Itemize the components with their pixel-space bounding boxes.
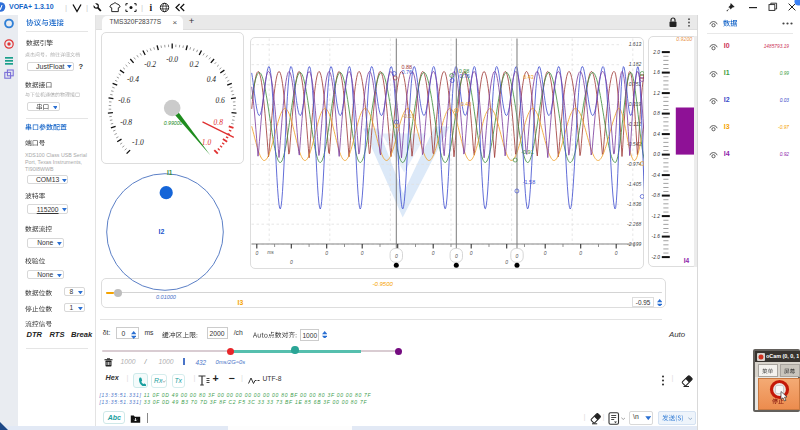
svg-text:0: 0	[432, 249, 435, 255]
svg-text:-1.2: -1.2	[651, 214, 660, 219]
svg-text:-1.58: -1.58	[523, 178, 536, 184]
svg-text:-2.268: -2.268	[627, 221, 641, 227]
svg-text:-2.0: -2.0	[651, 255, 660, 260]
svg-text:0: 0	[580, 249, 583, 255]
svg-text:-0.8: -0.8	[120, 118, 132, 127]
svg-text:1.613: 1.613	[629, 41, 642, 47]
svg-text:2.0: 2.0	[652, 50, 660, 55]
svg-text:0: 0	[395, 252, 398, 258]
svg-text:ms: ms	[267, 249, 274, 255]
svg-text:0: 0	[455, 252, 458, 258]
svg-text:0: 0	[506, 258, 509, 264]
svg-text:-0.6: -0.6	[118, 95, 130, 104]
svg-text:-0.2: -0.2	[144, 60, 156, 69]
svg-text:0.99000: 0.99000	[163, 119, 182, 125]
svg-text:0: 0	[256, 249, 259, 255]
svg-text:0.6: 0.6	[215, 95, 225, 104]
svg-text:0: 0	[361, 249, 364, 255]
svg-text:0.43: 0.43	[461, 100, 472, 106]
svg-text:0.4: 0.4	[207, 75, 217, 84]
svg-text:-0.4: -0.4	[651, 173, 660, 178]
svg-text:0: 0	[516, 252, 519, 258]
svg-text:-0.91: -0.91	[521, 149, 534, 155]
svg-text:-0.974: -0.974	[627, 161, 641, 167]
svg-text:0.4: 0.4	[653, 132, 660, 137]
svg-text:0: 0	[470, 249, 473, 255]
svg-text:0.8: 0.8	[213, 118, 223, 127]
svg-text:0: 0	[544, 249, 547, 255]
svg-text:0: 0	[290, 258, 293, 264]
svg-text:0.76: 0.76	[402, 69, 413, 75]
svg-text:0.8: 0.8	[653, 111, 660, 116]
svg-text:i: i	[150, 3, 153, 13]
svg-text:-0.0: -0.0	[166, 55, 178, 64]
svg-text:1.182: 1.182	[629, 61, 642, 67]
svg-text:1.0: 1.0	[202, 137, 212, 146]
svg-text:-1.836: -1.836	[627, 201, 641, 207]
svg-text:0.76: 0.76	[459, 72, 470, 78]
svg-text:I4: I4	[683, 256, 689, 263]
svg-text:1.2: 1.2	[653, 91, 660, 96]
svg-text:0.43: 0.43	[523, 74, 534, 80]
svg-text:0: 0	[326, 249, 329, 255]
svg-text:0.319: 0.319	[629, 101, 642, 107]
svg-text:0.0: 0.0	[653, 152, 660, 157]
svg-text:-0.4: -0.4	[127, 75, 139, 84]
svg-text:1.6: 1.6	[653, 70, 660, 75]
svg-text:-0.8: -0.8	[651, 193, 660, 198]
svg-text:0: 0	[615, 249, 618, 255]
svg-text:-0.19: -0.19	[402, 112, 415, 118]
svg-text:-1.0: -1.0	[132, 137, 144, 146]
svg-text:-1.6: -1.6	[651, 234, 660, 239]
svg-text:0.9200: 0.9200	[676, 36, 692, 42]
svg-text:0.2: 0.2	[189, 60, 199, 69]
svg-text:-1.405: -1.405	[627, 181, 641, 187]
